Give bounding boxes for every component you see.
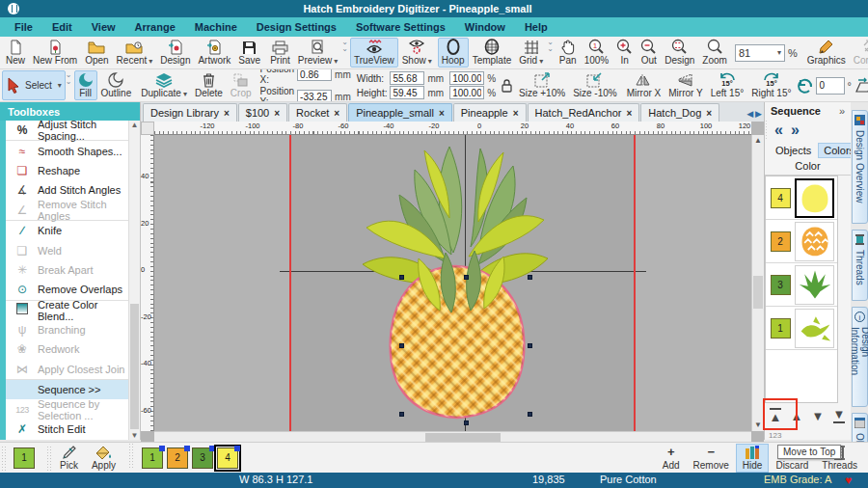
toolbox-sequence-by-selection[interactable]: 123Sequence by Selection ... — [6, 399, 128, 419]
mirror-y-button[interactable]: Mirror Y — [665, 70, 706, 100]
menu-file[interactable]: File — [6, 19, 41, 35]
width-percent-input[interactable] — [449, 71, 484, 85]
sequence-row-color-1[interactable]: 1 — [766, 307, 837, 350]
menu-edit[interactable]: Edit — [43, 19, 81, 35]
delete-button[interactable]: Delete — [191, 70, 227, 100]
close-icon[interactable]: × — [626, 108, 632, 119]
rotate-left-15-button[interactable]: 15° Left 15° — [707, 70, 748, 100]
scroll-up-icon[interactable]: ▲ — [752, 135, 764, 147]
close-icon[interactable]: × — [334, 108, 339, 119]
toolbox-apply-closest-join[interactable]: ⋈Apply Closest Join — [6, 360, 128, 379]
tab-100[interactable]: $100× — [238, 103, 287, 122]
tab-hatch-redanchor[interactable]: Hatch_RedAnchor× — [528, 103, 640, 122]
tab-threads[interactable]: Threads — [852, 230, 868, 301]
remove-color-button[interactable]: − Remove — [687, 444, 736, 473]
tab-rocket[interactable]: Rocket× — [288, 103, 347, 122]
save-button[interactable]: Save — [234, 38, 264, 68]
new-from-button[interactable]: New From — [29, 38, 81, 68]
toolbox-adjust-stitch-spacing[interactable]: %Adjust Stitch Spacing... — [6, 121, 128, 140]
menu-software-settings[interactable]: Software Settings — [347, 19, 454, 35]
menu-arrange[interactable]: Arrange — [126, 19, 184, 35]
size-up-button[interactable]: Size +10% — [515, 70, 569, 100]
hoop-button[interactable]: Hoop — [438, 38, 469, 68]
canvas-viewport[interactable] — [154, 135, 751, 431]
close-icon[interactable]: × — [513, 108, 519, 119]
menu-view[interactable]: View — [83, 19, 124, 35]
toolbox-knife[interactable]: ∕Knife — [6, 221, 128, 240]
vertical-scrollbar[interactable]: ▲ ▼ — [751, 135, 764, 431]
selection-handle[interactable] — [528, 275, 532, 280]
outline-button[interactable]: Outline — [97, 70, 136, 100]
toolbox-weld[interactable]: ❑Weld — [6, 240, 128, 259]
zoom-level-combobox[interactable]: 81 ▾ — [735, 44, 785, 62]
mirror-x-button[interactable]: Mirror X — [623, 70, 665, 100]
selection-handle[interactable] — [464, 420, 469, 425]
group-collapse-chevron[interactable]: ⌄⌄ — [66, 71, 72, 85]
new-button[interactable]: New — [2, 38, 29, 68]
print-button[interactable]: Print — [266, 38, 294, 68]
close-icon[interactable]: × — [706, 108, 712, 119]
color-thumbnail[interactable] — [795, 309, 834, 348]
template-button[interactable]: Template — [469, 38, 516, 68]
tab-pineapple-small[interactable]: Pineapple_small× — [348, 103, 452, 122]
collapse-all-icon[interactable]: « — [774, 122, 783, 139]
zoom-in-button[interactable]: In — [612, 38, 637, 68]
toolbox-smooth-shapes[interactable]: ≈Smooth Shapes... — [6, 141, 128, 160]
scroll-up-icon[interactable]: ▲ — [129, 121, 140, 129]
convert-button[interactable]: Convert — [850, 38, 868, 68]
toolbox-create-color-blend[interactable]: Create Color Blend... — [6, 301, 128, 320]
color-thumbnail[interactable] — [795, 265, 834, 305]
zoom-out-button[interactable]: Out — [637, 38, 661, 68]
color-chip[interactable]: 2 — [771, 231, 791, 252]
fill-button[interactable]: Fill — [74, 70, 97, 100]
position-x-input[interactable] — [297, 69, 332, 81]
preview-button[interactable]: Preview▾ — [294, 38, 342, 68]
selection-handle[interactable] — [399, 343, 404, 348]
tab-design-overview[interactable]: Design Overview — [852, 110, 868, 224]
color-thumbnail[interactable] — [795, 222, 834, 261]
design-import-button[interactable]: Design — [156, 38, 194, 68]
palette-chip-1[interactable]: 1 — [142, 447, 163, 469]
tab-scroll-right-icon[interactable]: ▶ — [755, 109, 762, 119]
pan-button[interactable]: Pan — [556, 38, 581, 68]
pick-color-button[interactable]: Pick — [53, 444, 85, 473]
toolboxes-scrollbar[interactable]: ▲ ▼ — [128, 121, 140, 440]
close-icon[interactable]: × — [274, 108, 280, 119]
toolbox-sequence[interactable]: Sequence >> — [6, 380, 128, 399]
menu-window[interactable]: Window — [456, 19, 514, 35]
panel-menu-icon[interactable]: » — [839, 105, 845, 117]
expand-all-icon[interactable]: » — [791, 122, 800, 139]
toolbox-reshape[interactable]: ❏Reshape — [6, 161, 128, 180]
toolbox-add-stitch-angles[interactable]: ∡Add Stitch Angles — [6, 180, 128, 200]
pineapple-design[interactable] — [361, 145, 550, 431]
menu-machine[interactable]: Machine — [186, 19, 246, 35]
artwork-button[interactable]: Artwork — [194, 38, 234, 68]
scrollbar-thumb[interactable] — [130, 304, 139, 429]
color-chip[interactable]: 4 — [771, 188, 791, 208]
add-color-button[interactable]: + Add — [656, 444, 687, 473]
toolbox-remove-stitch-angles[interactable]: ∠Remove Stitch Angles — [6, 201, 128, 220]
sequence-row-color-3[interactable]: 3 — [766, 263, 837, 307]
width-input[interactable] — [390, 71, 424, 85]
move-down-button[interactable]: ▼ — [809, 410, 827, 422]
show-button[interactable]: Show▾ — [398, 38, 436, 68]
graphics-button[interactable]: Graphics — [803, 38, 850, 68]
selection-handle[interactable] — [464, 275, 469, 280]
group-collapse-chevron[interactable]: ⌄⌄ — [341, 39, 348, 52]
selection-handle[interactable] — [399, 412, 404, 417]
rotate-angle-input[interactable] — [816, 77, 845, 95]
proportional-lock-icon[interactable] — [501, 78, 513, 94]
size-down-button[interactable]: Size -10% — [569, 70, 621, 100]
menu-help[interactable]: Help — [516, 19, 556, 35]
design-canvas[interactable]: -120 -100 -80 -60 -40 -20 0 20 40 60 80 … — [141, 122, 764, 442]
recent-button[interactable]: Recent▾ — [113, 38, 157, 68]
palette-chip-3[interactable]: 3 — [192, 447, 213, 469]
toolbox-redwork[interactable]: ❀Redwork — [6, 339, 128, 359]
scrollbar-thumb[interactable] — [425, 433, 501, 442]
sequence-row-color-4[interactable]: 4 — [766, 176, 837, 220]
trueview-button[interactable]: TrueView — [350, 38, 398, 68]
zoom-tool-button[interactable]: Zoom — [698, 38, 731, 68]
menu-design-settings[interactable]: Design Settings — [248, 19, 345, 35]
hide-unused-button[interactable]: Hide — [736, 444, 770, 473]
color-chip[interactable]: 3 — [771, 275, 791, 295]
